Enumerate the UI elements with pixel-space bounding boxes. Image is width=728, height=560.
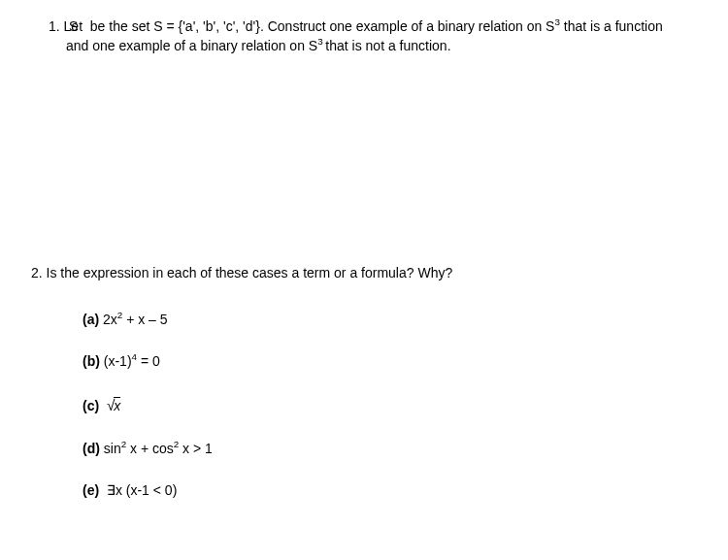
q2-item-b: (b) (x-1)4 = 0 — [49, 352, 689, 372]
q2d-post: x > 1 — [179, 441, 213, 456]
q2a-pre: 2x — [99, 312, 117, 327]
q2-item-a: (a) 2x2 + x – 5 — [49, 311, 689, 330]
q1-number: 1. — [49, 18, 60, 34]
q2c-label: (c) — [83, 398, 99, 413]
q2-item-c: (c) √x — [49, 395, 689, 416]
q2-item-e: (e) ∃x (x-1 < 0) — [49, 481, 689, 501]
q1-line2-pre: and one example of a binary relation on … — [66, 38, 317, 53]
q1-line2: and one example of a binary relation on … — [49, 37, 689, 56]
q2a-post: + x – 5 — [122, 312, 167, 327]
question-1: 1. Let S be the set S = {'a', 'b', 'c', … — [49, 17, 689, 55]
q2-item-d: (d) sin2 x + cos2 x > 1 — [49, 440, 689, 459]
q2-intro: 2. Is the expression in each of these ca… — [31, 264, 689, 283]
q2-number: 2. — [31, 265, 43, 280]
q2b-pre: (x-1) — [100, 353, 132, 369]
q2b-label: (b) — [83, 353, 100, 369]
q2a-label: (a) — [83, 312, 99, 327]
q1-text-end: that is a function — [560, 18, 663, 34]
q2e-post: x (x-1 < 0) — [116, 482, 177, 498]
q1-text-post: be the set S = {'a', 'b', 'c', 'd'}. Con… — [86, 18, 555, 34]
q2d-pre: sin — [100, 441, 121, 456]
sqrt-content: x — [114, 397, 120, 413]
q2e-label: (e) — [83, 482, 99, 498]
question-2: 2. Is the expression in each of these ca… — [49, 264, 689, 501]
sqrt-expression: √x — [107, 395, 120, 416]
q2d-label: (d) — [83, 441, 100, 456]
q2-intro-text: Is the expression in each of these cases… — [47, 265, 453, 280]
q1-line1: 1. Let S be the set S = {'a', 'b', 'c', … — [49, 17, 689, 37]
q1-line2-end: that is not a function. — [325, 38, 450, 53]
q2d-mid: x + cos — [126, 441, 174, 456]
q2b-post: = 0 — [137, 353, 160, 369]
exists-symbol: ∃ — [107, 483, 116, 498]
